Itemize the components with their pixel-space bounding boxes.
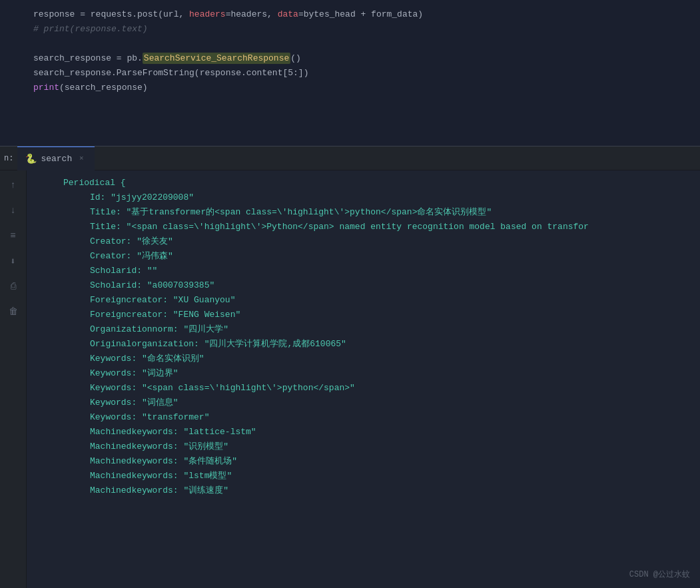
output-line-id: Id: "jsjyy202209008"	[27, 190, 700, 205]
output-line-scholarid2: Scholarid: "a0007039385"	[27, 278, 700, 293]
output-line-kw2: Keywords: "词边界"	[27, 366, 700, 381]
tab-python-icon: 🐍	[25, 153, 37, 164]
output-line-mkw2: Machinedkeywords: "识别模型"	[27, 440, 700, 454]
code-line-5: search_response.ParseFromString(response…	[0, 65, 700, 80]
code-text: print(search_response)	[33, 83, 148, 93]
output-line-foreigncreator1: Foreigncreator: "XU Guanyou"	[27, 293, 700, 308]
main-area: ↑ ↓ ≡ ⬇ ⎙ 🗑 Periodical { Id: "jsjyy20220…	[0, 170, 700, 588]
output-line-mkw5: Machinedkeywords: "训练速度"	[27, 483, 700, 498]
tab-search[interactable]: 🐍 search ×	[17, 147, 95, 170]
output-content[interactable]: Periodical { Id: "jsjyy202209008" Title:…	[27, 170, 700, 588]
output-line-orgoriginal: Originalorganization: "四川大学计算机学院,成都61006…	[27, 337, 700, 352]
code-text: response = requests.post(url, headers=he…	[33, 9, 423, 19]
code-line-3	[0, 36, 700, 51]
print-icon[interactable]: ⎙	[4, 277, 23, 296]
code-comment: # print(response.text)	[33, 24, 148, 34]
output-line-kw1: Keywords: "命名实体识别"	[27, 352, 700, 366]
code-line-2: # print(response.text)	[0, 21, 700, 36]
code-text: search_response = pb.SearchService_Searc…	[33, 53, 301, 63]
output-line-kw3: Keywords: "<span class=\'highlight\'>pyt…	[27, 381, 700, 396]
output-line-scholarid1: Scholarid: ""	[27, 264, 700, 278]
scroll-up-icon[interactable]: ↑	[4, 176, 23, 194]
output-line-title2: Title: "<span class=\'highlight\'>Python…	[27, 220, 700, 234]
output-line-mkw4: Machinedkeywords: "lstm模型"	[27, 469, 700, 483]
delete-icon[interactable]: 🗑	[4, 302, 23, 321]
output-line-mkw1: Machinedkeywords: "lattice-lstm"	[27, 425, 700, 440]
code-editor-top: response = requests.post(url, headers=he…	[0, 0, 700, 147]
output-line-mkw3: Machinedkeywords: "条件随机场"	[27, 454, 700, 469]
output-line-creator1: Creator: "徐关友"	[27, 234, 700, 249]
download-icon[interactable]: ⬇	[4, 252, 23, 270]
code-line-1: response = requests.post(url, headers=he…	[0, 7, 700, 21]
left-toolbar: ↑ ↓ ≡ ⬇ ⎙ 🗑	[0, 170, 27, 588]
code-line-4: search_response = pb.SearchService_Searc…	[0, 51, 700, 65]
tab-label: search	[41, 154, 72, 164]
output-line-foreigncreator2: Foreigncreator: "FENG Weisen"	[27, 308, 700, 322]
output-line-orgnorm: Organizationnorm: "四川大学"	[27, 322, 700, 337]
scroll-down-icon[interactable]: ↓	[4, 201, 23, 220]
output-line-creator2: Creator: "冯伟森"	[27, 249, 700, 264]
watermark: CSDN @公过水蚊	[629, 569, 690, 580]
output-line-kw4: Keywords: "词信息"	[27, 396, 700, 410]
code-text: search_response.ParseFromString(response…	[33, 68, 308, 78]
output-line-kw5: Keywords: "transformer"	[27, 410, 700, 425]
filter-icon[interactable]: ≡	[4, 226, 23, 245]
code-line-6: print(search_response)	[0, 80, 700, 95]
output-line-title1: Title: "基于transformer的<span class=\'high…	[27, 205, 700, 220]
output-line-periodical: Periodical {	[27, 176, 700, 190]
tab-close-button[interactable]: ×	[76, 153, 87, 164]
tab-prefix: n:	[0, 154, 17, 163]
tab-bar: n: 🐍 search ×	[0, 147, 700, 170]
